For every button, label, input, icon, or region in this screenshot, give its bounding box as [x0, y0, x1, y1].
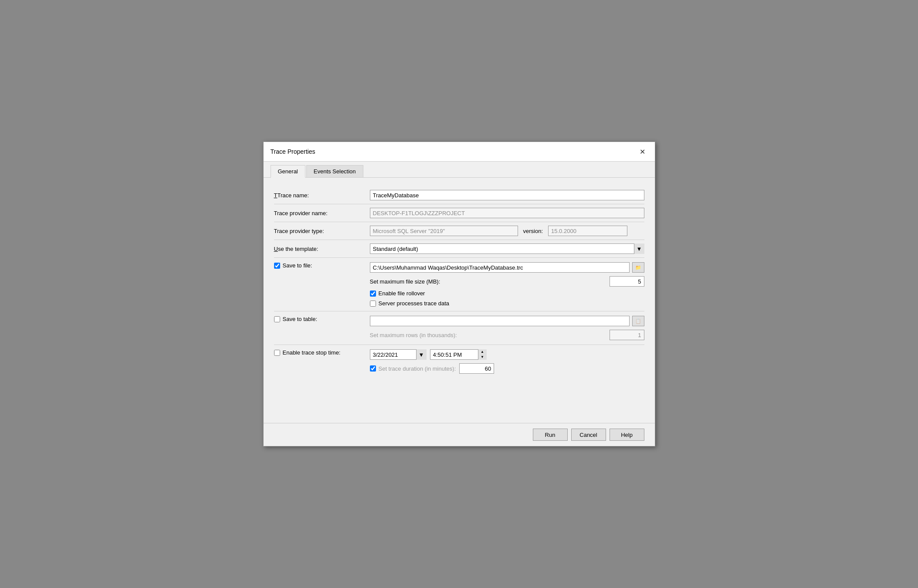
server-processes-label[interactable]: Server processes trace data — [379, 300, 450, 307]
stop-time-checkbox[interactable] — [274, 350, 280, 356]
stop-time-checkbox-label[interactable]: Enable trace stop time: — [274, 349, 370, 356]
save-to-file-checkbox[interactable] — [274, 263, 280, 269]
version-label: version: — [523, 228, 543, 234]
stop-time-section: Enable trace stop time: ▼ ▲ ▼ — [274, 345, 644, 378]
version-input — [548, 226, 627, 236]
enable-rollover-checkbox[interactable] — [370, 291, 376, 297]
set-duration-label: Set trace duration (in minutes): — [379, 365, 456, 372]
duration-row: Set trace duration (in minutes): — [370, 363, 495, 374]
trace-properties-dialog: Trace Properties ✕ General Events Select… — [263, 142, 655, 446]
date-time-row: ▼ ▲ ▼ — [370, 349, 495, 360]
max-rows-input — [610, 330, 644, 340]
table-path-row: 📋 — [370, 316, 644, 326]
close-button[interactable]: ✕ — [637, 146, 648, 157]
trace-provider-type-field: version: — [370, 226, 644, 236]
max-rows-label: Set maximum rows (in thousands): — [370, 332, 606, 338]
set-duration-check: Set trace duration (in minutes): — [370, 365, 456, 372]
tab-bar: General Events Selection — [264, 162, 655, 178]
trace-name-input[interactable] — [370, 190, 644, 200]
save-to-file-checkbox-label[interactable]: Save to file: — [274, 262, 370, 269]
cancel-button[interactable]: Cancel — [571, 429, 606, 441]
max-file-size-row: Set maximum file size (MB): — [370, 276, 644, 287]
set-duration-checkbox[interactable] — [370, 365, 376, 372]
title-bar: Trace Properties ✕ — [264, 142, 655, 162]
trace-provider-name-row: Trace provider name: — [274, 204, 644, 222]
dialog-title: Trace Properties — [271, 148, 315, 155]
browse-file-icon: 📁 — [635, 265, 641, 270]
tab-events-selection[interactable]: Events Selection — [306, 165, 363, 177]
save-to-table-checkbox[interactable] — [274, 316, 280, 322]
trace-provider-name-label: Trace provider name: — [274, 210, 370, 216]
server-processes-checkbox[interactable] — [370, 301, 376, 307]
save-to-table-checkbox-label[interactable]: Save to table: — [274, 316, 370, 322]
help-button[interactable]: Help — [610, 429, 644, 441]
stop-time-fields: ▼ ▲ ▼ Set trace dura — [370, 349, 495, 374]
stop-time-row: Enable trace stop time: ▼ ▲ ▼ — [274, 349, 644, 374]
stop-date-input[interactable] — [370, 349, 427, 360]
max-rows-row: Set maximum rows (in thousands): — [370, 330, 644, 340]
provider-type-group: version: — [370, 226, 628, 236]
save-to-file-section: Save to file: 📁 Set maximum file size (M… — [274, 258, 644, 311]
table-path-input — [370, 316, 630, 326]
max-file-size-label: Set maximum file size (MB): — [370, 278, 606, 285]
save-to-file-content: 📁 Set maximum file size (MB): Enable fil… — [370, 262, 644, 307]
server-processes-row: Server processes trace data — [370, 300, 644, 307]
trace-provider-name-input — [370, 208, 644, 218]
save-to-table-content: 📋 Set maximum rows (in thousands): — [370, 316, 644, 340]
browse-table-button[interactable]: 📋 — [632, 316, 644, 326]
tab-general[interactable]: General — [271, 165, 305, 178]
trace-provider-type-label: Trace provider type: — [274, 228, 370, 234]
trace-provider-type-row: Trace provider type: version: — [274, 222, 644, 240]
trace-provider-name-field — [370, 208, 644, 218]
footer: Run Cancel Help — [264, 423, 655, 446]
trace-name-row: TTrace name: — [274, 186, 644, 204]
provider-type-input — [370, 226, 518, 236]
enable-rollover-row: Enable file rollover — [370, 290, 644, 297]
file-path-input[interactable] — [370, 262, 630, 273]
stop-time-input[interactable] — [430, 349, 487, 360]
browse-table-icon: 📋 — [635, 318, 641, 324]
browse-file-button[interactable]: 📁 — [632, 262, 644, 273]
form-content: TTrace name: Trace provider name: Trace … — [264, 178, 655, 423]
set-duration-input[interactable] — [459, 363, 494, 374]
time-input-wrap: ▲ ▼ — [430, 349, 487, 360]
run-button[interactable]: Run — [533, 429, 568, 441]
use-template-field: Standard (default) Blank SP_Counts TSQL … — [370, 243, 644, 254]
trace-name-label: TTrace name: — [274, 192, 370, 199]
enable-rollover-label[interactable]: Enable file rollover — [379, 290, 425, 297]
save-to-table-section: Save to table: 📋 Set maximum rows (in th… — [274, 311, 644, 345]
use-template-row: Use the template: Standard (default) Bla… — [274, 240, 644, 258]
use-template-label: Use the template: — [274, 246, 370, 252]
save-to-file-row: Save to file: 📁 Set maximum file size (M… — [274, 262, 644, 307]
date-input-wrap: ▼ — [370, 349, 427, 360]
save-to-table-row: Save to table: 📋 Set maximum rows (in th… — [274, 316, 644, 340]
trace-name-field — [370, 190, 644, 200]
template-select-wrapper: Standard (default) Blank SP_Counts TSQL … — [370, 243, 644, 254]
max-file-size-input[interactable] — [610, 276, 644, 287]
template-select[interactable]: Standard (default) Blank SP_Counts TSQL … — [370, 243, 644, 254]
file-path-row: 📁 — [370, 262, 644, 273]
